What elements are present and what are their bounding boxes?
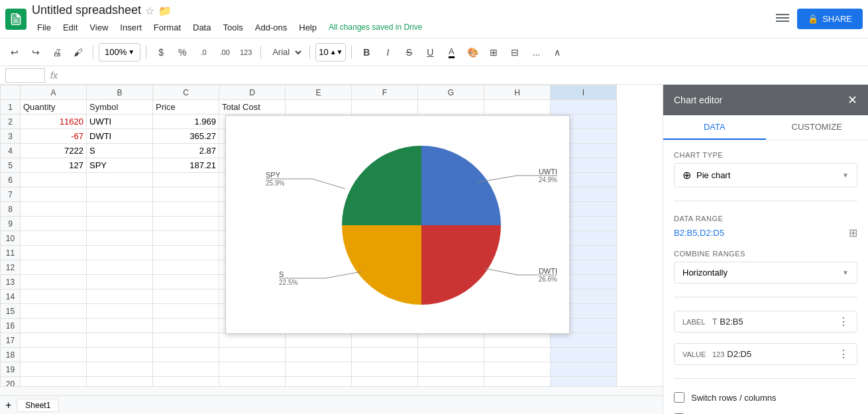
font-color-button[interactable]: A xyxy=(442,43,461,62)
menu-file[interactable]: File xyxy=(32,20,56,35)
cell-a5[interactable]: 127 xyxy=(21,158,87,173)
col-header-h[interactable]: H xyxy=(484,85,551,100)
menu-edit[interactable]: Edit xyxy=(58,20,83,35)
cell-i19[interactable] xyxy=(551,362,617,377)
cell-c3[interactable]: 365.27 xyxy=(153,129,219,144)
cell-b2[interactable]: UWTI xyxy=(87,115,153,129)
collapse-button[interactable]: ∧ xyxy=(548,43,567,62)
cell-b3[interactable]: DWTI xyxy=(87,129,153,144)
menu-view[interactable]: View xyxy=(84,20,113,35)
cell-a9[interactable] xyxy=(21,217,87,231)
close-chart-editor-button[interactable]: ✕ xyxy=(847,93,857,107)
cell-b20[interactable] xyxy=(87,377,153,387)
cell-a7[interactable] xyxy=(21,187,87,202)
cell-g1[interactable] xyxy=(418,100,484,115)
cell-b5[interactable]: SPY xyxy=(87,158,153,173)
cell-a3[interactable]: -67 xyxy=(21,129,87,144)
cell-c18[interactable] xyxy=(153,348,219,362)
cell-e19[interactable] xyxy=(286,362,352,377)
cell-b11[interactable] xyxy=(87,246,153,260)
cell-c13[interactable] xyxy=(153,275,219,289)
cell-b1[interactable]: Symbol xyxy=(87,100,153,115)
col-header-a[interactable]: A xyxy=(21,85,87,100)
cell-b12[interactable] xyxy=(87,260,153,275)
cell-c20[interactable] xyxy=(153,377,219,387)
formula-input[interactable] xyxy=(63,68,863,83)
cell-a12[interactable] xyxy=(21,260,87,275)
menu-help[interactable]: Help xyxy=(294,20,322,35)
more-button[interactable]: ... xyxy=(527,43,545,62)
folder-icon[interactable]: 📁 xyxy=(158,5,172,17)
cell-h1[interactable] xyxy=(484,100,551,115)
bold-button[interactable]: B xyxy=(357,43,376,62)
col-header-e[interactable]: E xyxy=(286,85,352,100)
cell-d1[interactable]: Total Cost xyxy=(219,100,286,115)
borders-button[interactable]: ⊞ xyxy=(484,43,503,62)
cell-c5[interactable]: 187.21 xyxy=(153,158,219,173)
cell-b13[interactable] xyxy=(87,275,153,289)
strikethrough-button[interactable]: S xyxy=(400,43,418,62)
cell-a1[interactable]: Quantity xyxy=(21,100,87,115)
undo-button[interactable]: ↩ xyxy=(5,43,24,62)
cell-b14[interactable] xyxy=(87,289,153,304)
menu-tools[interactable]: Tools xyxy=(217,20,248,35)
decimal-decrease-button[interactable]: .0 xyxy=(194,43,213,62)
switch-rows-cols-checkbox-row[interactable]: Switch rows / columns xyxy=(674,392,857,403)
cell-d20[interactable] xyxy=(219,377,286,387)
label-options-button[interactable]: ⋮ xyxy=(838,315,849,328)
cell-a13[interactable] xyxy=(21,275,87,289)
menu-insert[interactable]: Insert xyxy=(115,20,147,35)
cell-h17[interactable] xyxy=(484,333,551,348)
cell-i1[interactable] xyxy=(551,100,617,115)
cell-b6[interactable] xyxy=(87,173,153,187)
cell-b8[interactable] xyxy=(87,202,153,217)
add-sheet-button[interactable]: + xyxy=(5,399,11,411)
cell-a17[interactable] xyxy=(21,333,87,348)
cell-a10[interactable] xyxy=(21,231,87,246)
col-header-g[interactable]: G xyxy=(418,85,484,100)
fill-color-button[interactable]: 🎨 xyxy=(463,43,482,62)
cell-a16[interactable] xyxy=(21,319,87,333)
cell-e1[interactable] xyxy=(286,100,352,115)
cell-b4[interactable]: S xyxy=(87,144,153,158)
cell-f18[interactable] xyxy=(352,348,418,362)
cell-reference-input[interactable] xyxy=(5,68,45,83)
cell-a6[interactable] xyxy=(21,173,87,187)
cell-b9[interactable] xyxy=(87,217,153,231)
cell-a2[interactable]: 11620 xyxy=(21,115,87,129)
cell-c7[interactable] xyxy=(153,187,219,202)
cell-h18[interactable] xyxy=(484,348,551,362)
cell-h20[interactable] xyxy=(484,377,551,387)
cell-g18[interactable] xyxy=(418,348,484,362)
cell-d19[interactable] xyxy=(219,362,286,377)
cell-d17[interactable] xyxy=(219,333,286,348)
cell-d18[interactable] xyxy=(219,348,286,362)
cell-c1[interactable]: Price xyxy=(153,100,219,115)
merge-button[interactable]: ⊟ xyxy=(506,43,524,62)
cell-f20[interactable] xyxy=(352,377,418,387)
redo-button[interactable]: ↪ xyxy=(27,43,45,62)
tab-customize[interactable]: CUSTOMIZE xyxy=(766,115,869,140)
decimal-increase-button[interactable]: .00 xyxy=(215,43,234,62)
menu-data[interactable]: Data xyxy=(188,20,216,35)
col-header-f[interactable]: F xyxy=(352,85,418,100)
cell-a8[interactable] xyxy=(21,202,87,217)
cell-c6[interactable] xyxy=(153,173,219,187)
cell-a11[interactable] xyxy=(21,246,87,260)
cell-a19[interactable] xyxy=(21,362,87,377)
menu-addons[interactable]: Add-ons xyxy=(250,20,292,35)
italic-button[interactable]: I xyxy=(378,43,397,62)
sheet-container[interactable]: A B C D E F G H I 1QuantitySymbolPriceTo… xyxy=(0,85,663,386)
cell-c16[interactable] xyxy=(153,319,219,333)
cell-b16[interactable] xyxy=(87,319,153,333)
cell-e17[interactable] xyxy=(286,333,352,348)
docs-menu-icon[interactable] xyxy=(773,9,792,29)
font-size-control[interactable]: 10 ▲▼ xyxy=(315,43,346,62)
cell-c11[interactable] xyxy=(153,246,219,260)
cell-f19[interactable] xyxy=(352,362,418,377)
value-options-button[interactable]: ⋮ xyxy=(838,348,849,360)
cell-b17[interactable] xyxy=(87,333,153,348)
cell-f1[interactable] xyxy=(352,100,418,115)
menu-format[interactable]: Format xyxy=(148,20,186,35)
chart-overlay[interactable]: UWTI 24.9% DWTI 26.6% S 22.5% xyxy=(225,115,570,334)
